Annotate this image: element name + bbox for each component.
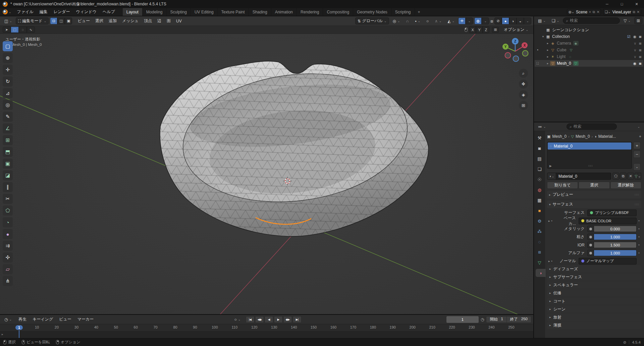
- tab-view-layer[interactable]: ❏: [535, 165, 544, 173]
- properties-search-input[interactable]: ⌕ 検索: [567, 123, 617, 130]
- navigation-gizmo[interactable]: Z Y X: [501, 37, 529, 63]
- slot-specials-icon[interactable]: ▶: [549, 164, 552, 168]
- tool-add-cube[interactable]: ⊞: [3, 135, 13, 145]
- menu-item[interactable]: ヘルプ: [100, 8, 118, 16]
- overlays-dropdown[interactable]: ⌄: [482, 17, 489, 24]
- exclude-checkbox[interactable]: ☑: [627, 35, 631, 39]
- frame-end-field[interactable]: 終了 250: [507, 317, 531, 322]
- roughness-slider[interactable]: 1.000: [594, 234, 637, 240]
- assign-button[interactable]: 選択解除: [610, 182, 641, 189]
- minimize-button[interactable]: ─: [600, 0, 614, 8]
- properties-editor-type-button[interactable]: ≔⌄: [536, 123, 548, 130]
- tab-modeling[interactable]: Modeling: [143, 8, 167, 16]
- outliner-search-input[interactable]: ⌕ 検索: [563, 17, 620, 24]
- tab-layout[interactable]: Layout: [123, 8, 143, 16]
- tab-texture-paint[interactable]: Texture Paint: [218, 8, 249, 16]
- tab-uv-editing[interactable]: UV Editing: [191, 8, 218, 16]
- current-frame-indicator[interactable]: 1: [15, 325, 23, 330]
- auto-keying-toggle[interactable]: ○⌄: [232, 316, 243, 323]
- menu-item[interactable]: ファイル: [14, 8, 37, 16]
- timeline-menu-item[interactable]: 再生: [15, 315, 30, 324]
- hide-eye-icon[interactable]: ∨: [634, 48, 636, 52]
- overlays-toggle[interactable]: ◍: [474, 17, 482, 24]
- close-button[interactable]: ✕: [629, 0, 644, 8]
- link-mesh-dropdown[interactable]: ▽⌄: [635, 173, 641, 180]
- tool-shear[interactable]: ▱: [3, 264, 13, 274]
- menu-item[interactable]: レンダー: [51, 8, 73, 16]
- gizmos-toggle[interactable]: ✛: [458, 17, 466, 24]
- toggle-perspective-button[interactable]: ⊞: [519, 101, 528, 110]
- tool-inset-faces[interactable]: ▣: [3, 159, 13, 169]
- tab-tool[interactable]: ⚒: [535, 134, 544, 142]
- copy-icon[interactable]: ⧉: [593, 10, 595, 14]
- panel-surface[interactable]: ▾ サーフェス ∷∷: [547, 200, 641, 208]
- alpha-slider[interactable]: 1.000: [594, 250, 637, 256]
- disable-render-icon[interactable]: ◙: [639, 61, 641, 65]
- channel-expand-icon[interactable]: ▸: [2, 333, 3, 336]
- shading-solid-button[interactable]: ●: [502, 17, 509, 24]
- expand-icon[interactable]: ▾: [541, 35, 545, 38]
- menu-item[interactable]: ウィンドウ: [73, 8, 100, 16]
- tool-options-dropdown[interactable]: オプション⌄: [501, 26, 531, 33]
- collapsed-panel[interactable]: ▸薄膜: [547, 322, 641, 329]
- disable-render-icon[interactable]: ◙: [639, 48, 641, 52]
- tool-rip-region[interactable]: ⋔: [3, 276, 13, 286]
- outliner-row-light[interactable]: ▸ ☀ Light ◌ ∨ ◙: [535, 53, 643, 60]
- tool-transform[interactable]: ◎: [3, 100, 13, 110]
- playback-button[interactable]: ◀◆: [255, 316, 264, 323]
- tool-loop-cut[interactable]: ∥: [3, 182, 13, 192]
- viewport-menu-item[interactable]: 面: [164, 16, 173, 26]
- collapsed-panel[interactable]: ▸スペキュラー: [547, 281, 641, 289]
- browse-material-dropdown[interactable]: ◑⌄: [547, 173, 556, 179]
- shading-material-button[interactable]: ◑: [509, 17, 517, 24]
- xray-toggle[interactable]: ⧈: [490, 19, 493, 23]
- viewport-menu-item[interactable]: 辺: [155, 16, 164, 26]
- playback-button[interactable]: ▶|: [292, 316, 301, 323]
- scene-selector[interactable]: ◍⌄ Scene ⌖ ⧉ ✕: [567, 9, 601, 15]
- blender-app-menu[interactable]: ⌄: [0, 8, 14, 16]
- tab-constraints[interactable]: ⧈: [535, 248, 544, 256]
- tab-collection[interactable]: ▦: [535, 196, 544, 204]
- snap-target-dropdown[interactable]: ▪⌄: [413, 17, 423, 24]
- outliner-row-camera[interactable]: ▸ ◈ Camera ◈ ∨ ◙: [535, 40, 643, 47]
- tab-material[interactable]: ◑: [536, 269, 546, 277]
- breadcrumb-data[interactable]: Mesh_0: [576, 134, 590, 139]
- expand-icon[interactable]: ▸: [548, 260, 550, 263]
- copy-icon[interactable]: ⧉: [633, 10, 635, 14]
- viewport-3d[interactable]: ◫⌄ ⛶ 編集モード ⌄ ⊡ ◫ ▣ ビュー選択追加メッシュ頂点辺面UV ⇅ グ…: [0, 16, 533, 314]
- viewlayer-selector[interactable]: ❏⌄ ViewLayer ⧉ ✕: [603, 9, 641, 15]
- viewport-menu-item[interactable]: UV: [173, 16, 184, 26]
- mirror-axis-toggle[interactable]: Y: [476, 26, 483, 33]
- tab-world[interactable]: ◍: [535, 186, 544, 194]
- pivot-point-dropdown[interactable]: ◎⌄: [390, 17, 402, 24]
- hide-eye-icon[interactable]: ◉: [633, 35, 637, 39]
- collapsed-panel[interactable]: ▸ディフューズ: [547, 265, 641, 273]
- unlink-icon[interactable]: ✕: [597, 10, 599, 14]
- outliner-row-cube[interactable]: • ▸ ▽ Cube ▽ ∨ ◙: [535, 47, 643, 53]
- current-frame-field[interactable]: 1: [446, 316, 479, 323]
- outliner-display-mode-dropdown[interactable]: ▤⌄: [536, 17, 548, 24]
- proportional-editing-toggle[interactable]: ○: [424, 17, 431, 24]
- fake-user-shield-icon[interactable]: ⬠: [612, 173, 619, 180]
- tab-render[interactable]: ◙: [535, 144, 544, 152]
- roughness-socket-icon[interactable]: [587, 234, 594, 240]
- tool-shrink-fatten[interactable]: ✣: [3, 252, 13, 263]
- expand-icon[interactable]: ▸: [545, 55, 550, 58]
- tool-annotate[interactable]: ✎: [3, 112, 13, 122]
- viewport-menu-item[interactable]: 選択: [93, 16, 106, 26]
- collapsed-panel[interactable]: ▸シーン: [547, 305, 641, 313]
- mirror-axis-toggle[interactable]: X: [469, 26, 476, 33]
- tool-extrude-region[interactable]: ⬒: [3, 147, 13, 157]
- select-tweak-mode[interactable]: ➤: [3, 26, 11, 33]
- timeline-editor-type-button[interactable]: ◷⌄: [2, 316, 14, 323]
- tool-knife[interactable]: ✂: [3, 194, 13, 204]
- disable-render-icon[interactable]: ◙: [639, 35, 641, 39]
- maximize-button[interactable]: □: [614, 0, 629, 8]
- tool-measure[interactable]: ∠: [3, 123, 13, 133]
- add-slot-button[interactable]: +: [633, 142, 641, 149]
- tab-geometry-nodes[interactable]: Geometry Nodes: [353, 8, 391, 16]
- disable-render-icon[interactable]: ◙: [639, 41, 641, 45]
- tool-move[interactable]: ✛: [3, 65, 13, 75]
- outliner-row-mesh0[interactable]: ⛶ ▸ ▽ Mesh_0 ▽ ◉ ◙: [535, 60, 643, 67]
- ior-socket-icon[interactable]: [587, 242, 594, 248]
